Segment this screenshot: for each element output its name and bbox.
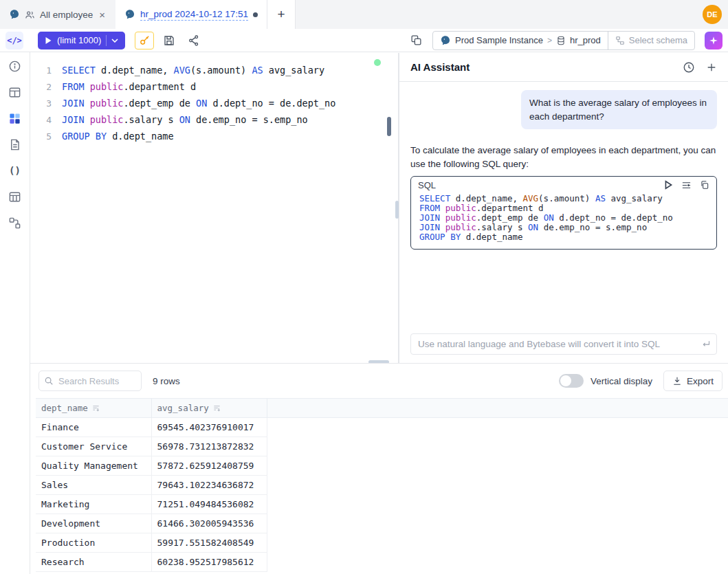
history-icon[interactable] (683, 61, 695, 74)
editor-lines: 1SELECT d.dept_name, AVG(s.amount) AS av… (30, 62, 388, 144)
postgres-icon (9, 9, 20, 20)
run-button[interactable]: (limit 1000) (38, 32, 125, 49)
code-panel-toggle[interactable]: </> (5, 32, 23, 49)
cell-dept-name: Customer Service (36, 437, 151, 456)
new-tab-button[interactable]: + (267, 0, 296, 29)
table-row[interactable]: Quality Management57872.625912408759 (36, 456, 728, 476)
unsaved-indicator (253, 12, 258, 17)
avatar[interactable]: DE (703, 5, 722, 24)
user-message-bubble: What is the average salary of employees … (521, 90, 717, 129)
cell-dept-name: Sales (36, 476, 151, 495)
sparkle-icon (709, 36, 718, 45)
table-row[interactable]: Production59917.551582408549 (36, 533, 728, 553)
cell-dept-name: Finance (36, 418, 151, 437)
search-results-input[interactable] (38, 371, 142, 391)
tab-label: hr_prod 2024-10-12 17:51 (140, 9, 248, 21)
editor-line[interactable]: 4JOIN public.salary s ON de.emp_no = s.e… (30, 111, 388, 128)
sort-icon[interactable] (92, 404, 100, 412)
sidebar-item-worksheet[interactable] (5, 136, 25, 153)
ai-title: AI Assistant (410, 61, 470, 73)
info-icon (8, 60, 21, 73)
cell-avg-salary: 71251.049484536082 (151, 495, 267, 514)
sidebar-item-info[interactable] (5, 58, 25, 74)
ai-input-wrap (410, 333, 717, 355)
assistant-message: To calculate the average salary of emplo… (410, 144, 717, 250)
line-number: 3 (30, 98, 62, 109)
select-schema-label: Select schema (629, 35, 687, 45)
cell-avg-salary: 69545.402376910017 (151, 418, 267, 437)
code-icon: </> (7, 36, 22, 45)
editor-line[interactable]: 1SELECT d.dept_name, AVG(s.amount) AS av… (30, 62, 388, 78)
cell-dept-name: Research (36, 553, 151, 572)
ai-assistant-panel: AI Assistant What is the average salary … (399, 53, 728, 363)
format-sql-button[interactable] (406, 32, 426, 49)
sort-icon[interactable] (213, 404, 221, 412)
column-header-avg-salary[interactable]: avg_salary (151, 399, 267, 418)
share-icon (188, 34, 200, 47)
table-row[interactable]: Finance69545.402376910017 (36, 418, 728, 437)
sidebar-item-functions[interactable]: () (5, 162, 25, 179)
table-row[interactable]: Sales79643.102234636872 (36, 476, 728, 495)
table-row[interactable]: Development61466.302005943536 (36, 514, 728, 533)
editor-toolbar: </> (limit 1000) Prod Sample Instance > … (0, 29, 728, 52)
ai-assistant-button[interactable] (705, 32, 723, 49)
editor-line[interactable]: 3JOIN public.dept_emp de ON d.dept_no = … (30, 95, 388, 111)
export-button[interactable]: Export (663, 371, 723, 391)
editor-line[interactable]: 2FROM public.department d (30, 78, 388, 95)
tab-all-employee[interactable]: All employee × (0, 0, 115, 29)
assistant-intro: To calculate the average salary of emplo… (410, 144, 717, 172)
ai-conversation: What is the average salary of employees … (399, 82, 728, 250)
cell-dept-name: Quality Management (36, 456, 151, 476)
editor-line[interactable]: 5GROUP BY d.dept_name (30, 128, 388, 144)
results-table: dept_name avg_salary Finance69545.402376… (36, 398, 728, 572)
ai-sql-code[interactable]: SELECT d.dept_name, AVG(s.amount) AS avg… (411, 192, 716, 249)
row-count: 9 rows (153, 376, 180, 386)
return-icon[interactable] (701, 340, 716, 349)
ai-header: AI Assistant (399, 53, 728, 82)
tab-hr-prod[interactable]: hr_prod 2024-10-12 17:51 (115, 0, 267, 29)
line-number: 2 (30, 82, 62, 92)
sidebar-item-tables[interactable] (5, 84, 25, 100)
insert-sql-icon[interactable] (681, 181, 692, 190)
copy-icon[interactable] (700, 180, 709, 190)
database-icon (556, 36, 566, 45)
join-icon (8, 217, 21, 230)
editor-scrollbar-thumb[interactable] (387, 117, 391, 136)
run-button-label: (limit 1000) (57, 35, 101, 45)
chevron-down-icon[interactable] (111, 38, 118, 43)
sidebar-item-views[interactable] (5, 188, 25, 205)
new-chat-icon[interactable] (706, 62, 717, 73)
key-icon (139, 34, 151, 46)
share-button[interactable] (184, 32, 203, 49)
ai-input[interactable] (411, 334, 701, 354)
save-button[interactable] (159, 32, 179, 49)
cell-avg-salary: 60238.952517985612 (151, 553, 267, 572)
worksheet-icon (8, 138, 21, 151)
format-icon (410, 34, 422, 46)
table-row[interactable]: Customer Service56978.731213872832 (36, 437, 728, 456)
admin-key-button[interactable] (135, 32, 154, 49)
cell-avg-salary: 61466.302005943536 (151, 514, 267, 533)
sidebar-item-relations[interactable] (5, 214, 25, 231)
column-header-dept-name[interactable]: dept_name (36, 399, 151, 418)
instance-name: Prod Sample Instance (455, 35, 543, 45)
table-icon (8, 86, 21, 99)
sidebar-item-sample-data[interactable] (5, 110, 25, 126)
cell-avg-salary: 56978.731213872832 (151, 437, 267, 456)
table-row[interactable]: Research60238.952517985612 (36, 553, 728, 572)
schema-selector[interactable]: Select schema (608, 32, 694, 49)
run-sql-icon[interactable] (664, 180, 673, 190)
sql-editor[interactable]: 1SELECT d.dept_name, AVG(s.amount) AS av… (30, 53, 388, 363)
cell-dept-name: Development (36, 514, 151, 533)
export-label: Export (687, 376, 714, 386)
line-number: 1 (30, 65, 62, 76)
close-icon[interactable]: × (98, 10, 107, 20)
tab-label: All employee (40, 10, 93, 20)
instance-database-selector[interactable]: Prod Sample Instance > hr_prod (433, 32, 608, 49)
line-number: 5 (30, 131, 62, 142)
table-row[interactable]: Marketing71251.049484536082 (36, 495, 728, 514)
search-wrap (38, 371, 142, 391)
results-panel: 9 rows Vertical display Export dept_name… (30, 363, 728, 574)
sql-code-block: SQL SELECT d.dept_name, AVG(s.amount) AS… (410, 176, 717, 250)
vertical-display-toggle[interactable] (559, 374, 584, 388)
